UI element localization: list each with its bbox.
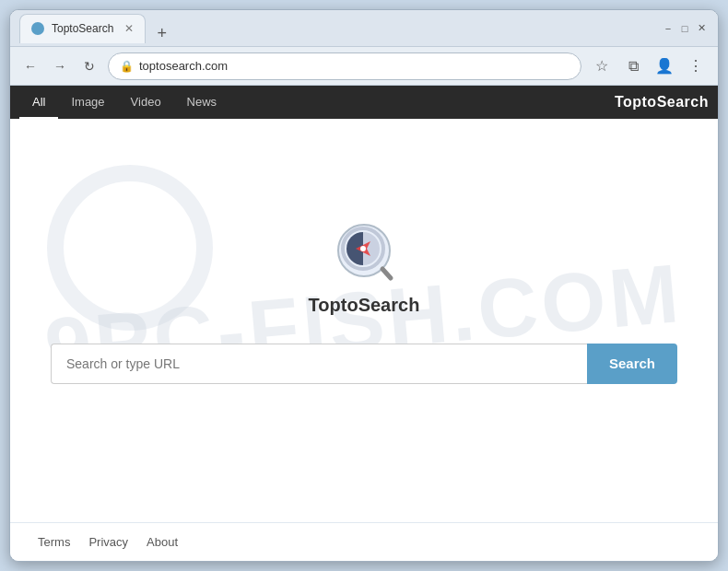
forward-button[interactable]: → bbox=[49, 55, 71, 77]
close-tab-button[interactable]: ✕ bbox=[124, 22, 134, 35]
logo-icon bbox=[332, 221, 396, 286]
close-button[interactable]: ✕ bbox=[694, 21, 709, 36]
nav-tab-news[interactable]: News bbox=[174, 86, 230, 119]
new-tab-button[interactable]: + bbox=[149, 24, 174, 43]
back-button[interactable]: ← bbox=[19, 55, 41, 77]
minimize-button[interactable]: − bbox=[661, 21, 675, 36]
title-bar: ToptoSearch ✕ + − □ ✕ bbox=[10, 10, 718, 47]
address-bar: ← → ↻ 🔒 toptosearch.com ☆ ⧉ 👤 ⋮ bbox=[10, 47, 718, 86]
footer-terms[interactable]: Terms bbox=[38, 535, 70, 549]
nav-tab-image[interactable]: Image bbox=[58, 86, 117, 119]
main-content: 9PC-FISH.COM bbox=[10, 119, 718, 522]
tab-favicon bbox=[31, 22, 44, 35]
url-bar[interactable]: 🔒 toptosearch.com bbox=[108, 52, 581, 80]
svg-point-5 bbox=[360, 246, 366, 251]
footer: Terms Privacy About bbox=[10, 522, 718, 561]
center-content: ToptoSearch Search bbox=[51, 221, 677, 384]
lock-icon: 🔒 bbox=[120, 60, 134, 73]
logo-area: ToptoSearch bbox=[309, 221, 420, 316]
nav-tab-video[interactable]: Video bbox=[118, 86, 174, 119]
footer-privacy[interactable]: Privacy bbox=[88, 535, 128, 549]
svg-line-1 bbox=[382, 269, 391, 278]
menu-button[interactable]: ⋮ bbox=[683, 53, 709, 79]
search-area: Search bbox=[51, 344, 677, 384]
active-tab[interactable]: ToptoSearch ✕ bbox=[19, 14, 146, 43]
window-controls: − □ ✕ bbox=[661, 21, 709, 36]
extensions-button[interactable]: ⧉ bbox=[620, 53, 646, 79]
search-button[interactable]: Search bbox=[587, 344, 677, 384]
tab-bar: ToptoSearch ✕ + bbox=[19, 14, 655, 43]
reload-button[interactable]: ↻ bbox=[78, 55, 100, 77]
logo-name: ToptoSearch bbox=[309, 295, 420, 316]
nav-brand: ToptoSearch bbox=[615, 94, 709, 111]
bookmark-button[interactable]: ☆ bbox=[589, 53, 615, 79]
address-actions: ☆ ⧉ 👤 ⋮ bbox=[589, 53, 709, 79]
tab-title: ToptoSearch bbox=[52, 22, 113, 35]
profile-button[interactable]: 👤 bbox=[652, 53, 677, 79]
search-input[interactable] bbox=[51, 344, 587, 384]
url-text: toptosearch.com bbox=[139, 59, 569, 73]
nav-tab-all[interactable]: All bbox=[19, 86, 58, 119]
maximize-button[interactable]: □ bbox=[677, 21, 692, 36]
browser-window: ToptoSearch ✕ + − □ ✕ ← → ↻ 🔒 toptosearc… bbox=[9, 9, 719, 562]
footer-about[interactable]: About bbox=[147, 535, 178, 549]
nav-tabs-bar: All Image Video News ToptoSearch bbox=[10, 86, 718, 119]
